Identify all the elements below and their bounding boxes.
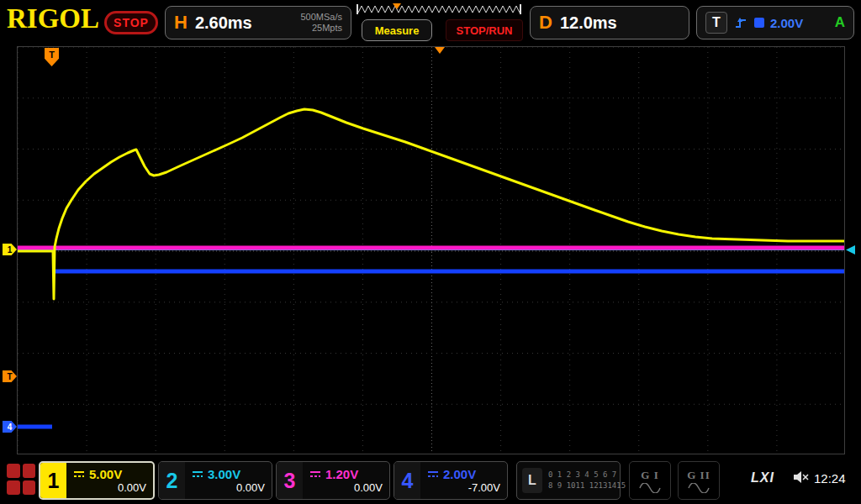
trigger-level-marker[interactable]: T — [3, 370, 17, 382]
digital-channels-panel[interactable]: L 0 1 2 3 4 5 6 7 8 9 1011 12131415 — [516, 461, 621, 500]
dc-coupling-icon — [309, 470, 321, 479]
rigol-logo: RIGOL — [7, 3, 99, 34]
channel-1-number: 1 — [40, 463, 66, 498]
top-status-bar: RIGOL STOP H 2.60ms 500MSa/s 25Mpts Meas… — [0, 0, 861, 46]
speaker-muted-icon[interactable] — [792, 470, 811, 485]
channel-2-scale: 3.00V — [208, 467, 240, 481]
dc-coupling-icon — [427, 470, 439, 479]
dc-coupling-icon — [73, 470, 85, 479]
channel-3-box[interactable]: 3 1.20V 0.00V — [276, 461, 390, 500]
channel-4-scale: 2.00V — [443, 467, 476, 481]
channel-2-offset: 0.00V — [192, 481, 265, 494]
sine-wave-icon — [688, 483, 710, 493]
waveform-display — [17, 46, 845, 454]
trigger-label: T — [705, 12, 727, 34]
delay-value: 12.0ms — [560, 13, 617, 33]
channel-2-box[interactable]: 2 3.00V 0.00V — [158, 461, 272, 500]
sweep-center-marker — [435, 47, 445, 54]
rigol-menu-icon — [7, 464, 35, 495]
trigger-sweep-mode: A — [835, 14, 845, 31]
trigger-source-icon — [754, 18, 764, 28]
digital-row-1: 0 1 2 3 4 5 6 7 — [548, 470, 626, 480]
stop-run-button[interactable]: STOP/RUN — [446, 19, 523, 41]
logic-label: L — [522, 468, 542, 493]
horizontal-label: H — [174, 12, 188, 34]
channel-1-offset: 0.00V — [73, 481, 146, 494]
generator-1-panel[interactable]: G I — [629, 461, 671, 500]
channel-3-scale: 1.20V — [325, 467, 358, 481]
clock: 12:24 — [814, 471, 846, 486]
channel-4-box[interactable]: 4 2.00V -7.00V — [394, 461, 508, 500]
channel-1-box[interactable]: 1 5.00V 0.00V — [39, 461, 155, 500]
trigger-panel[interactable]: T 2.00V A — [696, 6, 854, 39]
channel-1-scale: 5.00V — [89, 467, 122, 481]
horizontal-panel[interactable]: H 2.60ms 500MSa/s 25Mpts — [165, 6, 351, 39]
trigger-slope-icon — [733, 15, 748, 30]
sine-wave-icon — [639, 483, 661, 493]
waveform-plot — [18, 47, 845, 454]
bottom-status-bar: 1 5.00V 0.00V 2 3.00V 0.00V 3 — [0, 458, 861, 504]
timebase-value: 2.60ms — [195, 13, 252, 33]
generator-2-label: G II — [687, 469, 710, 482]
channel-3-offset: 0.00V — [309, 481, 383, 494]
channel-4-ground-marker[interactable]: 4 — [3, 421, 17, 433]
delay-panel[interactable]: D 12.0ms — [530, 6, 689, 39]
channel-2-number: 2 — [159, 462, 185, 499]
delay-label: D — [539, 12, 552, 34]
oscilloscope-screen: RIGOL STOP H 2.60ms 500MSa/s 25Mpts Meas… — [0, 0, 861, 504]
trigger-level-value: 2.00V — [770, 16, 803, 30]
channel-4-number: 4 — [394, 462, 420, 499]
channel-1-ground-marker[interactable]: 1 — [3, 244, 17, 255]
memory-depth: 25Mpts — [312, 23, 342, 33]
channel-2-right-marker — [846, 245, 855, 255]
generator-2-panel[interactable]: G II — [678, 461, 720, 500]
digital-row-2: 8 9 1011 12131415 — [548, 480, 626, 491]
channel-4-offset: -7.00V — [427, 481, 500, 494]
generator-1-label: G I — [641, 469, 658, 482]
measure-button[interactable]: Measure — [362, 19, 432, 41]
channel-3-number: 3 — [277, 462, 303, 499]
lxi-logo: LXI — [751, 470, 774, 486]
run-state-badge: STOP — [104, 11, 158, 34]
memory-position-bar[interactable] — [357, 3, 521, 16]
dc-coupling-icon — [192, 470, 203, 479]
sample-rate: 500MSa/s — [300, 12, 342, 22]
